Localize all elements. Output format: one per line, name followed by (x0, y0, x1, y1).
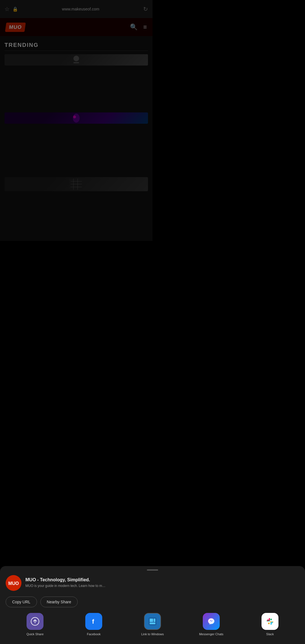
muo-logo[interactable]: MUO (5, 23, 26, 32)
article-card[interactable]: PRODUCTIVITY How to Optimize Productivit… (5, 177, 148, 229)
article-thumbnail (5, 54, 148, 66)
article-thumbnail (5, 177, 148, 191)
browser-bar: ☆ 🔒 www.makeuseof.com ↻ (0, 0, 152, 18)
search-icon[interactable]: 🔍 (130, 23, 138, 31)
trending-label: TRENDING (5, 42, 148, 51)
reload-icon[interactable]: ↻ (143, 6, 148, 12)
header-icons: 🔍 ≡ (130, 23, 147, 31)
lock-icon: 🔒 (12, 6, 18, 12)
svg-point-0 (73, 56, 79, 61)
svg-point-3 (73, 116, 76, 118)
main-content: TRENDING CREATIVE How to Create a TikTok… (0, 36, 152, 241)
site-header: MUO 🔍 ≡ (0, 18, 152, 36)
article-card[interactable]: GAMING The New PlayStation Plus Subscrip… (5, 112, 148, 170)
favorite-icon[interactable]: ☆ (5, 6, 10, 12)
url-bar[interactable]: www.makeuseof.com (21, 7, 140, 11)
article-thumbnail (5, 112, 148, 124)
article-card[interactable]: CREATIVE How to Create a TikTok Video Us… (5, 54, 148, 106)
menu-icon[interactable]: ≡ (143, 23, 147, 31)
svg-rect-1 (73, 62, 79, 63)
